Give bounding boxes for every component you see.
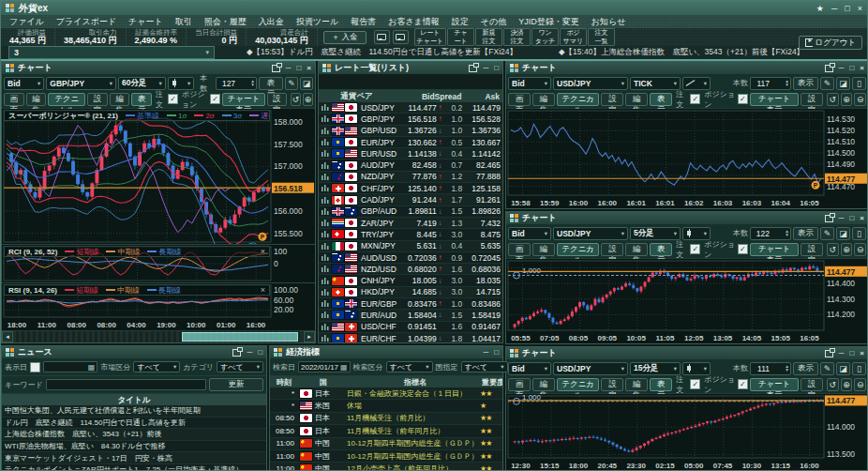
minimize-icon[interactable]: ─ [839, 65, 845, 72]
support-chat-icon[interactable] [393, 30, 409, 44]
econ-row[interactable]: 08:50日本11月機械受注（前月比）★★ [270, 413, 502, 425]
show-button[interactable]: 表示 [793, 227, 818, 240]
rate-row[interactable]: HKD/JPY14.685↓3.014.715 [319, 287, 502, 298]
history-icon[interactable]: ↺ [827, 378, 839, 391]
price-type-select[interactable]: Bid▾ [508, 227, 551, 240]
scroll-right-icon[interactable]: ▸ [304, 331, 315, 342]
screen-button[interactable]: 画面 [508, 378, 531, 391]
technical-button[interactable]: テクニカル [557, 93, 600, 106]
chart-type-select[interactable]: ▾ [682, 227, 711, 240]
news-row[interactable]: 上海総合株価指数 底堅い、3543（+21）前後 [2, 429, 266, 441]
show-button[interactable]: 表示 [793, 362, 818, 375]
econ-row[interactable]: 11:00中国12月小売売上高（前年同月比）★★ [270, 463, 502, 471]
close-icon[interactable]: × [261, 285, 265, 295]
chart-show-button[interactable]: チャート表示 [750, 243, 799, 256]
country-select[interactable]: すべて▾ [461, 361, 508, 372]
mini-chart-icon[interactable] [321, 184, 331, 192]
rate-row[interactable]: AUD/USD0.72036↑0.90.72045 [319, 252, 502, 264]
screen-button[interactable]: 画面 [4, 93, 24, 106]
zoom-out-icon[interactable]: ⊖ [854, 243, 866, 256]
maximize-icon[interactable]: □ [849, 65, 854, 72]
scroll-track[interactable] [13, 331, 304, 342]
category-select[interactable]: すべて▾ [217, 361, 263, 372]
menu-item[interactable]: 入出金 [259, 16, 284, 28]
bar-count-input[interactable]: 111▴▾ [750, 362, 791, 375]
zoom-out-icon[interactable]: ⊖ [854, 93, 866, 106]
econ-row[interactable]: 11:00中国10-12月期四半期国内総生産（ＧＤＰ）（前期★★ [270, 438, 502, 450]
mini-chart-icon[interactable] [321, 253, 331, 262]
chart-show-button[interactable]: チャート表示 [750, 93, 799, 106]
mini-chart-icon[interactable] [321, 149, 331, 158]
quick-button[interactable]: 新規注文 [475, 28, 502, 46]
minimize-icon[interactable]: ─ [839, 350, 845, 357]
spin-down-icon[interactable]: ▾ [771, 369, 788, 372]
order-checkbox[interactable]: ✓ [168, 94, 178, 104]
mini-chart-icon[interactable] [321, 127, 331, 135]
menu-item[interactable]: ファイル [9, 16, 44, 28]
spin-down-icon[interactable]: ▾ [771, 84, 788, 86]
trash-icon[interactable]: ▯ [852, 77, 866, 90]
pair-select[interactable]: USD/JPY▾ [553, 227, 628, 240]
bar-count-input[interactable]: 127▴▾ [216, 77, 257, 90]
spin-down-icon[interactable]: ▾ [771, 234, 788, 236]
price-type-select[interactable]: Bid▾ [508, 362, 551, 375]
maximize-icon[interactable]: □ [849, 350, 854, 357]
econ-row[interactable]: 11:00中国10-12月期四半期国内総生産（ＧＤＰ）（前年★★ [270, 450, 502, 463]
scroll-thumb[interactable] [182, 332, 298, 342]
rate-row[interactable]: EUR/AUD1.58404↓1.51.58419 [319, 310, 502, 321]
pencil-icon[interactable]: ✎ [820, 227, 834, 240]
edit-button[interactable]: 編集 [532, 93, 555, 106]
chart-show-button[interactable]: チャート表示 [750, 378, 799, 391]
chart-settings-button[interactable]: 設定 [267, 93, 288, 106]
close-icon[interactable]: × [261, 247, 265, 256]
rate-row[interactable]: GBP/JPY156.518↑1.0156.528 [319, 114, 502, 125]
news-row[interactable]: 東京マーケットダイジェスト・17日 円安・株高 [2, 452, 266, 464]
edit-button[interactable]: 編集 [532, 243, 555, 256]
menu-item[interactable]: 取引 [175, 16, 192, 28]
mini-chart-icon[interactable] [321, 323, 331, 331]
date-filter-checkbox[interactable] [30, 362, 40, 372]
rate-row[interactable]: GBP/USD1.36726↓1.01.36736 [319, 126, 502, 137]
mini-chart-icon[interactable] [321, 288, 331, 296]
position-checkbox[interactable]: ✓ [738, 94, 748, 104]
rate-row[interactable]: AUD/JPY82.458↓0.782.465 [319, 160, 502, 171]
order-checkbox[interactable]: ✓ [690, 94, 700, 104]
pencil-icon[interactable]: ✎ [285, 77, 298, 90]
chart-type-select[interactable]: ▾ [168, 77, 194, 90]
rate-row[interactable]: MXN/JPY5.631↓0.45.635 [319, 241, 502, 252]
zoom-in-icon[interactable]: ⊕ [841, 93, 853, 106]
market-select[interactable]: すべて▾ [133, 361, 180, 372]
news-row[interactable]: テクニカルポイント＝ZAR円サポート1 7.25（一目均衡表・基準線） [2, 464, 266, 471]
price-chart[interactable]: 158.000157.500157.000156.000155.500156.5… [2, 109, 315, 244]
minimize-icon[interactable]: ─ [831, 4, 837, 13]
maximize-icon[interactable]: □ [494, 349, 499, 357]
show-button[interactable]: 表示 [793, 77, 818, 90]
rate-row[interactable]: EUR/USD1.14138↓0.41.14142 [319, 148, 502, 160]
chat-icon[interactable] [374, 30, 390, 44]
zoom-in-icon[interactable]: ⊕ [841, 378, 853, 391]
zoom-out-icon[interactable]: ⊖ [854, 378, 866, 391]
close-icon[interactable]: × [307, 65, 311, 72]
technical-button[interactable]: テクニカル [48, 93, 85, 106]
price-type-select[interactable]: Bid▾ [4, 77, 44, 90]
quick-button[interactable]: レートチャート [414, 28, 447, 46]
menu-item[interactable]: 設定 [452, 16, 469, 28]
deposit-button[interactable]: ＋ 入金 [323, 31, 367, 44]
pair-select[interactable]: USD/JPY▾ [553, 362, 628, 375]
position-checkbox[interactable]: ✓ [738, 379, 748, 389]
show-button[interactable]: 表示 [259, 77, 283, 90]
eraser-icon[interactable]: ◪ [836, 227, 850, 240]
menu-item[interactable]: 照会・履歴 [204, 16, 247, 28]
eraser-icon[interactable]: ◪ [836, 362, 850, 375]
popout-icon[interactable] [825, 215, 833, 222]
mini-chart-icon[interactable] [321, 299, 331, 308]
rate-row[interactable]: EUR/JPY130.662↑0.5130.667 [319, 137, 502, 148]
chart-settings-button[interactable]: 設定 [801, 243, 823, 256]
screen-button[interactable]: 画面 [508, 243, 531, 256]
rate-row[interactable]: EUR/GBP0.83476↑1.00.83486 [319, 298, 502, 310]
popout-icon[interactable] [825, 350, 833, 357]
timeframe-select[interactable]: 15分足▾ [630, 362, 681, 375]
edit2-button[interactable]: 編集 [625, 93, 648, 106]
mini-chart-icon[interactable] [321, 311, 331, 319]
quick-button[interactable]: 決済注文 [503, 28, 531, 46]
